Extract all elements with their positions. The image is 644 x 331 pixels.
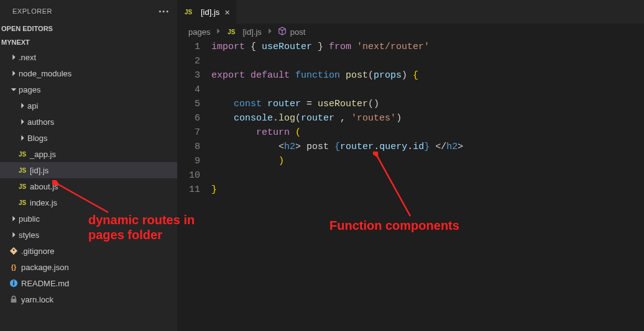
- cube-icon: [278, 27, 287, 37]
- code-content[interactable]: import { useRouter } from 'next/router' …: [211, 40, 644, 331]
- info-icon: [9, 279, 19, 288]
- folder-blogs[interactable]: Blogs: [0, 130, 177, 146]
- js-icon: JS: [17, 183, 27, 190]
- chevron-right-icon: [9, 53, 19, 61]
- folder-public[interactable]: public: [0, 211, 177, 227]
- tab-bar: JS [id].js ×: [177, 0, 644, 24]
- chevron-right-icon: [214, 27, 223, 37]
- file-app-js[interactable]: JS _app.js: [0, 146, 177, 162]
- file-label: about.js: [30, 182, 58, 191]
- folder-label: authors: [27, 117, 54, 127]
- git-icon: [9, 247, 19, 255]
- file-label: README.md: [21, 279, 69, 288]
- file-label: yarn.lock: [21, 295, 53, 304]
- folder-label: .next: [19, 53, 36, 62]
- chevron-right-icon: [17, 134, 27, 142]
- chevron-right-icon: [9, 230, 19, 239]
- file-readme[interactable]: README.md: [0, 275, 177, 291]
- file-yarn-lock[interactable]: yarn.lock: [0, 291, 177, 307]
- chevron-right-icon: [265, 27, 274, 37]
- js-icon: JS: [17, 151, 27, 158]
- folder-label: node_modules: [19, 69, 71, 78]
- js-icon: JS: [17, 199, 27, 206]
- folder-api[interactable]: api: [0, 97, 177, 114]
- open-editors-label: OPEN EDITORS: [1, 25, 53, 32]
- line-gutter: 1234567891011: [177, 40, 211, 331]
- breadcrumb-item[interactable]: pages: [188, 27, 210, 37]
- folder-label: styles: [19, 230, 39, 240]
- js-icon: JS: [226, 29, 236, 35]
- open-editors-section[interactable]: OPEN EDITORS: [0, 22, 177, 35]
- chevron-right-icon: [9, 69, 19, 78]
- json-icon: {}: [9, 263, 19, 271]
- chevron-right-icon: [9, 214, 19, 223]
- file-gitignore[interactable]: .gitignore: [0, 243, 177, 259]
- breadcrumb[interactable]: pages JS [id].js post: [177, 24, 644, 40]
- close-icon[interactable]: ×: [224, 7, 230, 17]
- tab-label: [id].js: [201, 7, 219, 17]
- explorer-title: EXPLORER: [12, 7, 52, 15]
- folder-node-modules[interactable]: node_modules: [0, 65, 177, 81]
- code-editor[interactable]: 1234567891011 import { useRouter } from …: [177, 40, 644, 331]
- tab-id-js[interactable]: JS [id].js ×: [177, 0, 236, 24]
- svg-rect-1: [13, 282, 14, 285]
- project-label: MYNEXT: [1, 39, 30, 46]
- file-id-js[interactable]: JS [id].js: [0, 162, 177, 178]
- chevron-down-icon: [9, 85, 19, 94]
- file-label: index.js: [30, 198, 57, 207]
- folder-pages[interactable]: pages: [0, 81, 177, 97]
- js-icon: JS: [183, 9, 193, 16]
- folder-label: api: [27, 101, 38, 111]
- file-package-json[interactable]: {} package.json: [0, 259, 177, 275]
- breadcrumb-item[interactable]: post: [290, 27, 306, 37]
- sidebar: EXPLORER ••• OPEN EDITORS MYNEXT .next n…: [0, 0, 177, 331]
- folder-label: public: [19, 214, 40, 224]
- chevron-right-icon: [17, 117, 27, 126]
- more-icon[interactable]: •••: [159, 7, 170, 15]
- file-label: _app.js: [30, 150, 56, 159]
- js-icon: JS: [17, 167, 27, 174]
- folder-label: pages: [19, 85, 40, 94]
- folder-next[interactable]: .next: [0, 49, 177, 65]
- file-label: package.json: [21, 263, 69, 272]
- folder-authors[interactable]: authors: [0, 114, 177, 130]
- file-label: [id].js: [30, 166, 48, 175]
- breadcrumb-item[interactable]: [id].js: [242, 27, 261, 37]
- file-tree: .next node_modules pages api authors Blo…: [0, 49, 177, 331]
- file-about-js[interactable]: JS about.js: [0, 178, 177, 194]
- explorer-header: EXPLORER •••: [0, 0, 177, 22]
- folder-label: Blogs: [27, 134, 48, 143]
- svg-rect-2: [13, 281, 14, 282]
- file-label: .gitignore: [21, 247, 54, 256]
- file-index-js[interactable]: JS index.js: [0, 194, 177, 211]
- lock-icon: [9, 295, 19, 304]
- chevron-right-icon: [17, 101, 27, 110]
- project-section[interactable]: MYNEXT: [0, 35, 177, 49]
- folder-styles[interactable]: styles: [0, 227, 177, 243]
- editor-area: JS [id].js × pages JS [id].js post 12345…: [177, 0, 644, 331]
